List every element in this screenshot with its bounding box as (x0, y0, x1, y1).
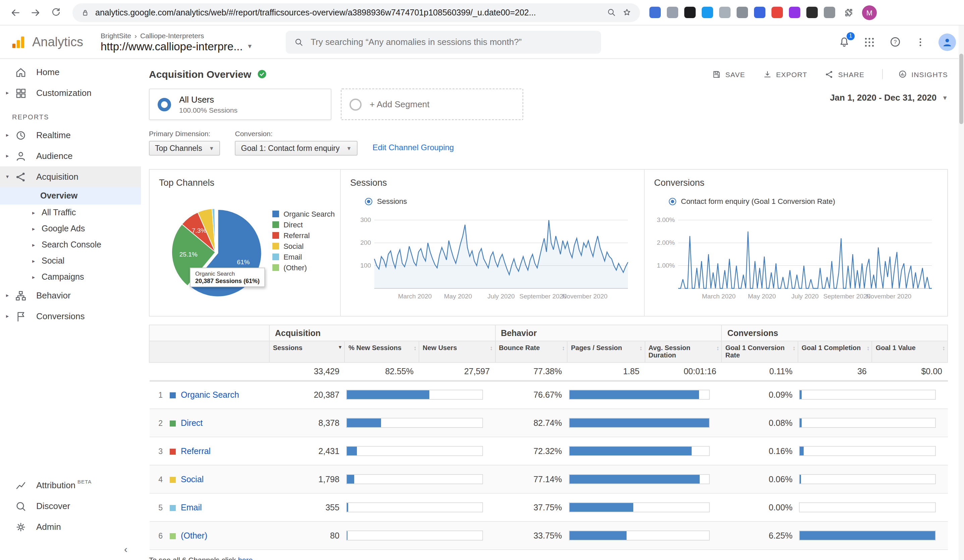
conversions-legend: Contact form enquiry (Goal 1 Conversion … (669, 197, 938, 205)
col-goal-value[interactable]: Goal 1 Value↕ (872, 341, 948, 363)
page-scrollbar[interactable] (959, 26, 964, 560)
puzzle-extension-icon[interactable] (843, 7, 854, 18)
extension-icon[interactable] (667, 7, 678, 18)
forward-button[interactable] (27, 4, 44, 21)
account-avatar[interactable] (938, 33, 956, 50)
sessions-value: 80 (330, 531, 339, 540)
expand-chevron-icon[interactable]: ▸ (32, 242, 40, 248)
legend-label: Social (283, 242, 304, 250)
scrollbar-thumb[interactable] (959, 54, 963, 124)
sidebar-item-label: Google Ads (42, 224, 85, 233)
address-bar[interactable]: analytics.google.com/analytics/web/#/rep… (72, 3, 640, 22)
sidebar-item-all-traffic[interactable]: ▸ All Traffic (0, 205, 141, 221)
more-menu-button[interactable] (913, 34, 928, 49)
extension-icon[interactable] (824, 7, 835, 18)
sidebar-item-discover[interactable]: Discover (0, 496, 141, 516)
expand-chevron-icon[interactable]: ▸ (32, 258, 40, 264)
bounce-rate-value: 82.74% (533, 418, 562, 428)
sidebar-item-audience[interactable]: ▸ Audience (0, 145, 141, 166)
sidebar-item-realtime[interactable]: ▸ Realtime (0, 125, 141, 145)
edit-channel-grouping-link[interactable]: Edit Channel Grouping (372, 143, 454, 152)
apps-grid-button[interactable] (862, 34, 877, 49)
col-sessions[interactable]: Sessions▼ (269, 341, 345, 363)
channel-link[interactable]: Organic Search (181, 390, 239, 400)
extension-icon[interactable] (719, 7, 731, 18)
segment-all-users[interactable]: All Users 100.00% Sessions (149, 88, 331, 120)
channel-link[interactable]: Direct (181, 418, 203, 428)
breadcrumb-property[interactable]: Calliope-Interpreters (140, 31, 204, 39)
account-picker[interactable]: BrightSite › Calliope-Interpreters http:… (101, 31, 255, 53)
extension-icon[interactable] (684, 7, 696, 18)
browser-profile-avatar[interactable]: M (862, 5, 877, 20)
conversion-dropdown[interactable]: Goal 1: Contact form enquiry▼ (235, 141, 358, 156)
col-bounce-rate[interactable]: Bounce Rate↕ (495, 341, 567, 363)
save-button[interactable]: SAVE (712, 69, 745, 79)
sidebar-item-attribution[interactable]: Attribution BETA (0, 475, 141, 496)
expand-chevron-icon[interactable]: ▸ (3, 292, 12, 298)
col-new-sessions[interactable]: % New Sessions↕ (345, 341, 419, 363)
sidebar-item-behavior[interactable]: ▸ Behavior (0, 285, 141, 306)
group-behavior: Behavior (495, 325, 721, 341)
expand-chevron-icon[interactable]: ▸ (32, 226, 40, 232)
sidebar-item-acquisition[interactable]: ▾ Acquisition (0, 166, 141, 187)
sidebar-item-admin[interactable]: Admin (0, 516, 141, 537)
col-goal-conversion-rate[interactable]: Goal 1 Conversion Rate↕ (722, 341, 798, 363)
summary-sessions: 33,429 (269, 363, 345, 381)
property-title[interactable]: http://www.calliope-interpre... (101, 40, 243, 53)
share-button[interactable]: SHARE (825, 69, 865, 79)
col-pages-session[interactable]: Pages / Session↕ (567, 341, 645, 363)
sidebar-item-label: Overview (40, 191, 78, 200)
expand-chevron-icon[interactable]: ▸ (32, 210, 40, 216)
export-button[interactable]: EXPORT (763, 69, 808, 79)
date-range-selector[interactable]: Jan 1, 2020 - Dec 31, 2020 ▼ (830, 88, 948, 103)
back-button[interactable] (7, 4, 24, 21)
col-goal-completion[interactable]: Goal 1 Completion↕ (798, 341, 872, 363)
extension-icon[interactable] (806, 7, 818, 18)
collapse-left-icon: ‹ (124, 543, 127, 554)
sidebar-item-social[interactable]: ▸ Social (0, 253, 141, 269)
channel-link[interactable]: Email (181, 503, 202, 512)
add-segment-button[interactable]: + Add Segment (341, 88, 523, 120)
sidebar-item-conversions[interactable]: ▸ Conversions (0, 306, 141, 327)
summary-pages-session: 1.85 (567, 363, 645, 381)
search-bar[interactable] (286, 31, 601, 53)
zoom-icon[interactable] (606, 7, 617, 18)
expand-chevron-icon[interactable]: ▸ (3, 313, 12, 319)
channel-link[interactable]: (Other) (181, 531, 207, 540)
primary-dimension-dropdown[interactable]: Top Channels▼ (149, 141, 220, 156)
notifications-button[interactable]: 1 (837, 34, 851, 49)
sidebar-item-search-console[interactable]: ▸ Search Console (0, 237, 141, 253)
collapse-chevron-icon[interactable]: ▾ (3, 174, 12, 180)
channel-link[interactable]: Social (181, 474, 204, 484)
sidebar-item-campaigns[interactable]: ▸ Campaigns (0, 269, 141, 285)
sidebar-item-home[interactable]: Home (0, 62, 141, 83)
sidebar-item-overview[interactable]: Overview (0, 187, 141, 205)
col-new-users[interactable]: New Users↕ (419, 341, 495, 363)
extension-icon[interactable] (737, 7, 748, 18)
search-input[interactable] (311, 37, 593, 47)
help-button[interactable]: ? (887, 34, 902, 49)
expand-chevron-icon[interactable]: ▸ (32, 274, 40, 280)
sort-icon: ↕ (793, 345, 796, 352)
extension-icon[interactable] (789, 7, 800, 18)
footer-note: To see all 6 Channels click here (149, 556, 948, 560)
breadcrumb-account[interactable]: BrightSite (101, 31, 131, 39)
sidebar-item-google-ads[interactable]: ▸ Google Ads (0, 221, 141, 237)
channel-link[interactable]: Referral (181, 446, 211, 456)
insights-button[interactable]: INSIGHTS (882, 69, 948, 79)
extension-icon[interactable] (772, 7, 783, 18)
bookmark-star-icon[interactable] (622, 7, 632, 18)
extension-icon[interactable] (650, 7, 661, 18)
expand-chevron-icon[interactable]: ▸ (3, 153, 12, 159)
col-avg-session-duration[interactable]: Avg. Session Duration↕ (645, 341, 721, 363)
analytics-logo[interactable]: Analytics (10, 33, 90, 50)
extension-icon[interactable] (754, 7, 765, 18)
see-all-channels-link[interactable]: here (238, 556, 252, 560)
sidebar-collapse-button[interactable]: ‹ (0, 537, 141, 560)
expand-chevron-icon[interactable]: ▸ (3, 90, 12, 96)
extension-icon[interactable] (702, 7, 713, 18)
refresh-button[interactable] (47, 4, 64, 21)
sidebar-item-customization[interactable]: ▸ Customization (0, 83, 141, 103)
expand-chevron-icon[interactable]: ▸ (3, 132, 12, 138)
legend-item: (Other) (272, 262, 335, 273)
